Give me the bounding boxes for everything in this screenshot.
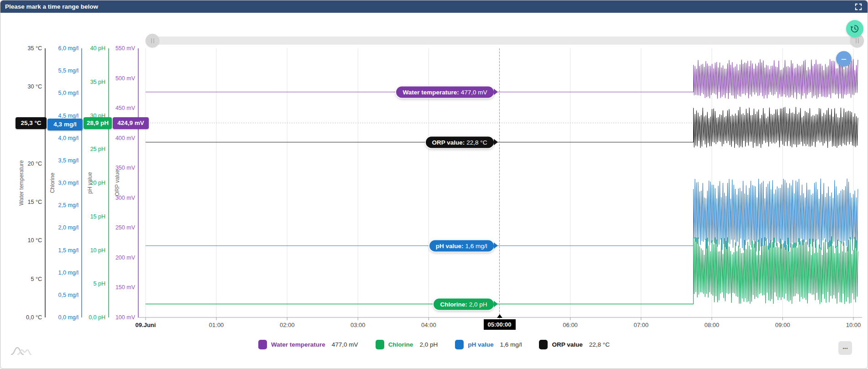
series-line-chlorine (146, 236, 858, 304)
fullscreen-icon (855, 3, 862, 10)
legend-swatch (539, 340, 548, 349)
grip-icon (153, 38, 154, 43)
series-line-orp-value (146, 107, 858, 148)
legend-item-orp-value[interactable]: ORP value 22,8 °C (539, 340, 609, 349)
legend-label: Water temperature (271, 341, 325, 348)
slider-handle-left[interactable] (146, 34, 159, 47)
history-icon (850, 24, 860, 34)
grip-icon (856, 38, 857, 43)
legend-item-ph-value[interactable]: pH value 1,6 mg/l (455, 340, 522, 349)
more-options-button[interactable]: ... (838, 341, 852, 355)
legend-value: 2,0 pH (419, 341, 438, 348)
zoom-out-button[interactable]: − (836, 51, 852, 67)
series-line-water-temperature (146, 59, 858, 99)
fullscreen-button[interactable] (854, 2, 863, 11)
legend-swatch (455, 340, 464, 349)
legend: Water temperature 477,0 mV Chlorine 2,0 … (0, 340, 868, 349)
series-line-ph-value (146, 179, 858, 252)
legend-label: ORP value (552, 341, 582, 348)
grip-icon (151, 38, 152, 43)
legend-value: 22,8 °C (589, 341, 610, 348)
legend-item-water-temperature[interactable]: Water temperature 477,0 mV (258, 340, 358, 349)
panel-titlebar: Please mark a time range below (0, 0, 868, 13)
reset-zoom-history-button[interactable] (846, 20, 863, 37)
legend-value: 1,6 mg/l (500, 341, 522, 348)
legend-swatch (258, 340, 267, 349)
legend-item-chlorine[interactable]: Chlorine 2,0 pH (376, 340, 438, 349)
area-chart-icon[interactable] (10, 343, 32, 357)
plot-canvas[interactable] (0, 0, 868, 369)
legend-label: pH value (468, 341, 493, 348)
panel-title: Please mark a time range below (5, 3, 98, 10)
time-range-slider[interactable] (146, 36, 862, 45)
ellipsis-icon: ... (842, 343, 848, 350)
legend-label: Chlorine (388, 341, 413, 348)
grip-icon (858, 38, 859, 43)
legend-swatch (376, 340, 384, 349)
chart-panel: Please mark a time range below − 35 °C30… (0, 0, 868, 369)
legend-value: 477,0 mV (332, 341, 358, 348)
minus-icon: − (841, 54, 847, 64)
